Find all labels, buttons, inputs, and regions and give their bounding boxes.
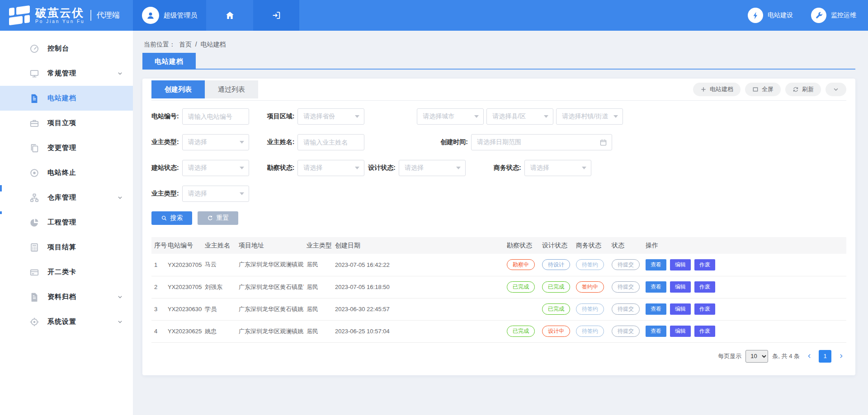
created-date-cell: 2023-07-05 16:42:22 [332, 254, 504, 276]
page-tab-bar: 电站建档 [142, 53, 855, 70]
station-code-cell: YX2023070500011 [165, 254, 202, 276]
sidebar-item-general-management[interactable]: 常规管理 [0, 61, 133, 86]
table-row: 4YX2023062500004姚忠广东深圳龙华区观澜镇姚家庄...居民2023… [151, 320, 846, 342]
reset-button[interactable]: 重置 [198, 211, 238, 225]
per-page-select[interactable]: 10 [745, 350, 768, 363]
filter-field-build-status: 建站状态:请选择 [151, 160, 249, 176]
address-cell: 广东深圳龙华区观澜镇观湖路... [236, 254, 304, 276]
filter-row: 建站状态:请选择勘察状态:请选择设计状态:请选择商务状态:请选择 [151, 160, 846, 176]
view-button[interactable]: 查看 [646, 303, 666, 315]
tab-pass-list[interactable]: 通过列表 [205, 80, 258, 98]
sidebar-item-console[interactable]: 控制台 [0, 36, 133, 61]
filter-field-design-status: 设计状态:请选择 [368, 160, 466, 176]
filter-station-code-input[interactable] [182, 108, 249, 125]
user-menu[interactable]: 超级管理员 [133, 0, 206, 31]
filter-field-owner-name: 业主姓名: [267, 134, 365, 150]
void-button[interactable]: 作废 [694, 326, 715, 337]
filter-create-time-input[interactable]: 请选择日期范围 [471, 134, 612, 150]
toolbar: 电站建档全屏刷新 [693, 83, 846, 96]
home-button[interactable] [206, 0, 253, 31]
filter-owner-type-2-select[interactable]: 请选择 [182, 186, 249, 202]
actions-cell: 查看编辑作废 [643, 298, 846, 320]
filter-label-business-status: 商务状态: [494, 164, 521, 172]
column-header: 操作 [643, 237, 846, 254]
filter-city-select[interactable]: 请选择城市 [417, 108, 484, 125]
sidebar-item-station-termination[interactable]: 电站终止 [0, 160, 133, 185]
status-badge: 设计中 [542, 326, 570, 336]
filter-business-status-select[interactable]: 请选择 [524, 160, 591, 176]
gear-icon [29, 317, 40, 327]
search-button[interactable]: 搜索 [151, 211, 192, 225]
sidebar-item-change-management[interactable]: 变更管理 [0, 135, 133, 160]
status-badge: 待签约 [576, 303, 604, 314]
sidebar-scrollbar[interactable] [0, 185, 2, 191]
header-nav-monitor-ops[interactable]: 监控运维 [811, 8, 856, 23]
station-code-cell: YX2023070500010 [165, 276, 202, 298]
refresh-button[interactable]: 刷新 [785, 83, 821, 96]
status-badge: 待设计 [542, 259, 570, 270]
fullscreen-button[interactable]: 全屏 [745, 83, 781, 96]
tab-create-list[interactable]: 创建列表 [151, 80, 205, 98]
chevron-down-icon [117, 195, 123, 201]
status-badge: 待提交 [612, 303, 640, 314]
filter-row: 业主类型:请选择 [151, 186, 846, 202]
edit-button[interactable]: 编辑 [670, 281, 691, 293]
column-header: 设计状态 [539, 237, 573, 254]
monitor-icon [29, 68, 40, 79]
station-code-cell: YX2023062500004 [165, 320, 202, 342]
filter-design-status-select[interactable]: 请选择 [399, 160, 466, 176]
filter-field-create-time: 创建时间:请选择日期范围 [440, 134, 612, 150]
actions-cell: 查看编辑作废 [643, 320, 846, 342]
sidebar-item-project-settlement[interactable]: 项目结算 [0, 235, 133, 260]
gauge-icon [29, 43, 40, 54]
sidebar-item-warehouse-management[interactable]: 仓库管理 [0, 185, 133, 210]
column-header: 电站编号 [165, 237, 202, 254]
sidebar-item-project-initiation[interactable]: 项目立项 [0, 111, 133, 135]
portal-label: 代理端 [90, 10, 120, 21]
address-cell: 广东深圳龙华区观澜镇姚家庄... [236, 320, 304, 342]
filter-survey-status-select[interactable]: 请选择 [297, 160, 364, 176]
column-header: 创建日期 [332, 237, 504, 254]
edit-button[interactable]: 编辑 [670, 259, 691, 270]
filter-project-region-select[interactable]: 请选择省份 [297, 108, 364, 125]
view-button[interactable]: 查看 [646, 259, 666, 270]
view-button[interactable]: 查看 [646, 281, 666, 293]
prev-page-button[interactable] [804, 350, 815, 363]
more-button[interactable] [826, 83, 846, 96]
breadcrumb-separator: / [195, 41, 197, 48]
sidebar-item-label: 控制台 [47, 44, 69, 53]
create-station-button[interactable]: 电站建档 [693, 83, 741, 96]
view-button[interactable]: 查看 [646, 326, 666, 337]
sidebar-item-label: 常规管理 [47, 69, 76, 78]
logo-subtitle: Po Jian Yun Fu [35, 19, 85, 24]
breadcrumb-home[interactable]: 首页 [179, 41, 192, 48]
filter-owner-type-select[interactable]: 请选择 [182, 134, 249, 150]
page-number-button[interactable]: 1 [819, 350, 831, 363]
column-header: 序号 [151, 237, 165, 254]
sidebar-item-second-class-card[interactable]: 开二类卡 [0, 260, 133, 284]
filter-build-status-select[interactable]: 请选择 [182, 160, 249, 176]
sidebar-item-data-archive[interactable]: 资料归档 [0, 284, 133, 309]
void-button[interactable]: 作废 [694, 281, 715, 293]
sidebar-item-system-settings[interactable]: 系统设置 [0, 309, 133, 334]
user-avatar-icon [142, 7, 159, 24]
void-button[interactable]: 作废 [694, 259, 715, 270]
status-badge: 待提交 [612, 281, 640, 292]
filter-label-owner-name: 业主姓名: [267, 138, 295, 146]
sidebar-scrollbar[interactable] [0, 211, 2, 214]
filter-owner-name-input[interactable] [297, 134, 364, 150]
sidebar-item-engineering-management[interactable]: 工程管理 [0, 210, 133, 235]
column-header: 商务状态 [573, 237, 609, 254]
filter-village-select[interactable]: 请选择村镇/街道 [556, 108, 623, 125]
edit-button[interactable]: 编辑 [670, 326, 691, 337]
header-nav-station-build[interactable]: 电站建设 [748, 8, 793, 23]
filter-actions: 搜索 重置 [151, 211, 846, 225]
void-button[interactable]: 作废 [694, 303, 715, 315]
filter-district-select[interactable]: 请选择县/区 [486, 108, 553, 125]
sidebar-item-station-archive[interactable]: 电站建档 [0, 86, 133, 111]
home-icon [225, 10, 235, 21]
edit-button[interactable]: 编辑 [670, 303, 691, 315]
page-tab-station-archive[interactable]: 电站建档 [142, 53, 196, 70]
logout-button[interactable] [253, 0, 299, 31]
next-page-button[interactable] [835, 350, 846, 363]
